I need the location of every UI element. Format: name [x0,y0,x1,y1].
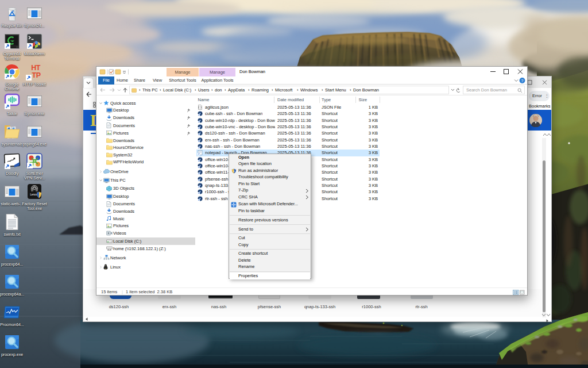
svg-text:?: ? [521,79,524,83]
svg-text:TP: TP [32,71,41,79]
svg-text:HT: HT [31,64,41,72]
